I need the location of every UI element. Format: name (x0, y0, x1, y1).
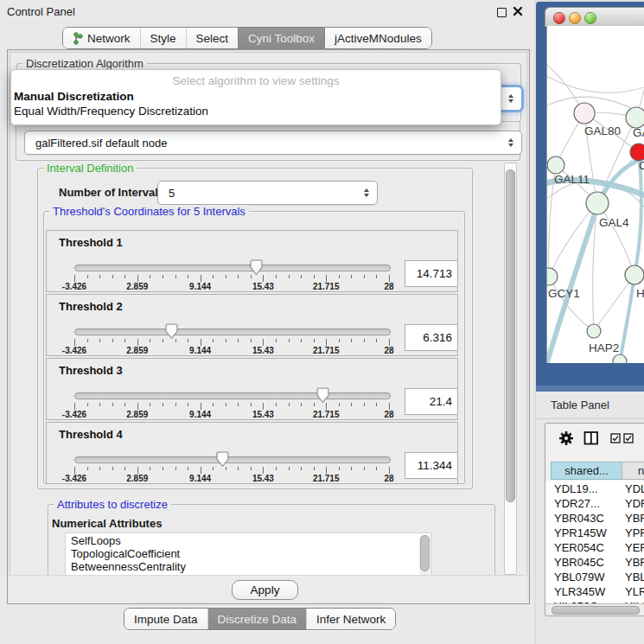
tab-impute-data[interactable]: Impute Data (124, 609, 207, 629)
tab-network[interactable]: Network (63, 28, 140, 48)
attribute-item[interactable]: SelfLoops (66, 533, 430, 546)
split-columns-icon[interactable] (583, 430, 599, 446)
table-row[interactable]: YBR045C YBR0 (545, 555, 644, 570)
gear-icon[interactable] (558, 430, 574, 446)
threshold-label: Threshold 4 (59, 428, 123, 441)
table-panel-title: Table Panel (551, 399, 609, 411)
threshold-label: Threshold 1 (59, 236, 123, 249)
intervals-combobox[interactable]: 5 (157, 181, 378, 205)
cell-shared-name: YBL079W (554, 570, 605, 584)
threshold-value-field[interactable]: 11.344 (405, 452, 458, 479)
scale-label: -3.426 (62, 410, 86, 419)
tab-label: Select (196, 32, 229, 45)
slider-scale: -3.4262.8599.14415.4321.71528 (74, 346, 391, 355)
tab-select[interactable]: Select (186, 28, 239, 48)
network-node[interactable] (626, 107, 644, 128)
scale-label: 2.859 (126, 282, 148, 291)
scale-label: 21.715 (313, 410, 340, 419)
screen: Control Panel NetworkStyleSelectCyni Too… (0, 0, 644, 644)
attribute-item[interactable]: BetweennessCentrality (66, 559, 430, 572)
tab-jactivemnodules[interactable]: jActiveMNodules (324, 28, 431, 48)
node-label: GAL80 (584, 124, 621, 137)
scale-label: 28 (384, 346, 393, 355)
threshold-slider-track[interactable] (74, 392, 391, 399)
dropdown-option-manual[interactable]: Manual Discretization (14, 90, 134, 103)
table-row[interactable]: YBR043C YBR0 (545, 511, 644, 526)
float-window-icon[interactable] (497, 8, 507, 17)
slider-scale: -3.4262.8599.14415.4321.71528 (74, 282, 391, 291)
tab-discretize-data[interactable]: Discretize Data (207, 609, 307, 629)
node-label: GAL11 (554, 173, 590, 186)
table-row[interactable]: YDR27... YDR2 (545, 496, 644, 511)
threshold-slider-track[interactable] (74, 456, 391, 463)
network-node[interactable] (587, 324, 601, 338)
control-panel: Control Panel NetworkStyleSelectCyni Too… (0, 0, 534, 644)
threshold-slider-track[interactable] (74, 265, 391, 271)
network-node[interactable] (547, 156, 564, 174)
threshold-slider-thumb[interactable] (250, 259, 263, 276)
settings-scrollbar-thumb[interactable] (506, 169, 515, 502)
apply-button[interactable]: Apply (232, 580, 298, 600)
network-canvas[interactable]: GAL80GACGAL11GAL4GCY1HHAP2 (546, 26, 644, 363)
threshold-slider-thumb[interactable] (165, 323, 178, 340)
tab-infer-network[interactable]: Infer Network (306, 609, 395, 629)
table-hscrollbar[interactable] (545, 603, 644, 615)
table-row[interactable]: YPR145W YPR1 (545, 526, 644, 540)
numerical-attributes-list[interactable]: SelfLoopsTopologicalCoefficientBetweenne… (65, 532, 431, 575)
attribute-item[interactable]: TopologicalCoefficient (66, 546, 430, 559)
zoom-traffic-light-icon[interactable] (584, 12, 596, 24)
table-row[interactable]: YBL079W YBL0 (545, 570, 644, 584)
cell-shared-name: YBR045C (554, 555, 604, 570)
scale-label: 2.859 (126, 410, 148, 419)
dropdown-option-equal-width[interactable]: Equal Width/Frequency Discretization (14, 105, 208, 118)
checkbox-icon[interactable] (610, 433, 621, 443)
cell-shared-name: YBR043C (554, 511, 604, 526)
cell-name: YPR1 (625, 526, 644, 540)
threshold-value-field[interactable]: 21.4 (405, 388, 458, 415)
top-tab-bar: NetworkStyleSelectCyni ToolboxjActiveMNo… (62, 27, 432, 49)
cell-name: YLR3 (625, 584, 644, 599)
network-node[interactable] (625, 265, 644, 284)
network-node[interactable] (547, 268, 558, 285)
close-icon[interactable] (513, 6, 523, 16)
tab-style[interactable]: Style (140, 28, 186, 48)
threshold-value-field[interactable]: 6.316 (405, 324, 458, 351)
network-node[interactable] (613, 354, 627, 363)
divider (536, 418, 644, 419)
minimize-traffic-light-icon[interactable] (569, 12, 581, 24)
tab-cyni-toolbox[interactable]: Cyni Toolbox (238, 28, 324, 48)
threshold-value-field[interactable]: 14.713 (405, 260, 458, 287)
threshold-slider-thumb[interactable] (216, 451, 229, 468)
settings-viewport: Interval Definition Number of Intervals … (12, 161, 505, 575)
scale-label: 21.715 (313, 474, 340, 483)
network-node[interactable] (630, 143, 644, 161)
cell-shared-name: YDL19... (554, 481, 598, 496)
scale-label: 9.144 (189, 282, 211, 291)
thresholds-group-title: Threshold's Coordinates for 5 Intervals (49, 205, 249, 218)
network-window-titlebar[interactable] (545, 7, 644, 27)
column-header-name[interactable]: na (622, 462, 644, 480)
column-header-shared-name[interactable]: shared... (551, 462, 622, 480)
scale-label: -3.426 (62, 474, 86, 483)
node-label: GCY1 (548, 287, 580, 300)
threshold-slider-thumb[interactable] (316, 387, 329, 404)
interval-definition-title: Interval Definition (43, 162, 137, 175)
threshold-slider-track[interactable] (74, 328, 391, 335)
attributes-scrollbar[interactable] (419, 535, 429, 575)
cell-shared-name: YDR27... (554, 496, 600, 511)
close-traffic-light-icon[interactable] (553, 12, 565, 24)
network-node[interactable] (586, 192, 609, 214)
table-data-combobox[interactable]: galFiltered.sif default node (24, 131, 522, 155)
node-label: H (636, 287, 644, 300)
table-row[interactable]: YLR345W YLR3 (545, 584, 644, 599)
checkbox-icon[interactable] (623, 433, 634, 443)
tab-label: Impute Data (134, 613, 198, 626)
table-row[interactable]: YDL19... YDL1 (545, 481, 644, 496)
combobox-stepper-icon (364, 188, 369, 197)
network-node[interactable] (574, 103, 595, 124)
table-row[interactable]: YER054C YER0 (545, 540, 644, 555)
settings-scrollbar[interactable] (504, 163, 517, 575)
numerical-attributes-label: Numerical Attributes (52, 517, 162, 530)
scale-label: 15.43 (252, 410, 274, 419)
network-window-frame-edge (536, 386, 644, 392)
